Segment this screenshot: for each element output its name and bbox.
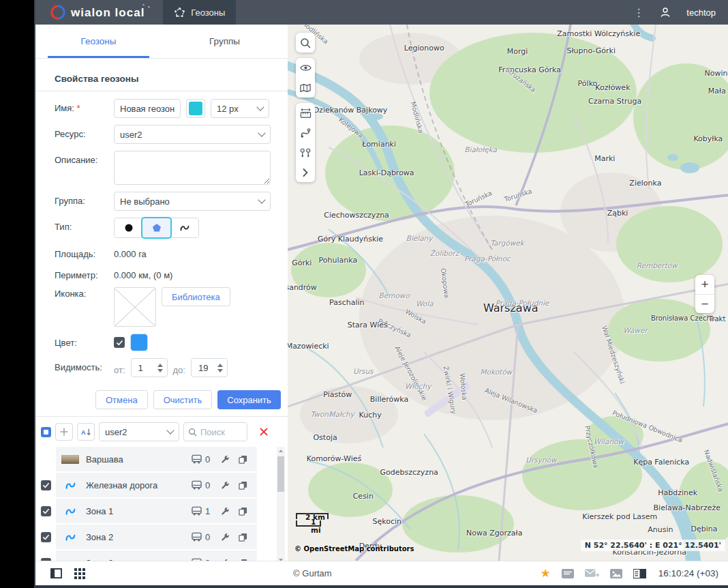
units-inside-count: 0 bbox=[205, 480, 216, 490]
resource-label: Ресурс: bbox=[55, 125, 114, 139]
monitoring-panel-button[interactable] bbox=[633, 569, 646, 578]
map-canvas[interactable]: ModlińskaLegionowoZamostki WólczyńskieMo… bbox=[288, 25, 728, 561]
circle-type-icon bbox=[124, 223, 134, 233]
geozone-properties-button[interactable] bbox=[216, 455, 234, 464]
copy-icon bbox=[239, 481, 247, 490]
tab-geozones[interactable]: Геозоны bbox=[35, 25, 162, 58]
map-base-layer bbox=[288, 25, 728, 561]
clear-filter-button[interactable] bbox=[260, 428, 268, 436]
visibility-eye-button[interactable] bbox=[296, 58, 315, 78]
wialon-logo: wialon local̀ ` bbox=[35, 5, 163, 20]
routing-button[interactable] bbox=[296, 123, 315, 143]
polyline-geozone-icon bbox=[65, 480, 76, 490]
from-label: от: bbox=[114, 361, 125, 375]
units-inside-icon bbox=[187, 532, 205, 542]
geozone-type-icon bbox=[61, 455, 79, 464]
check-icon bbox=[42, 482, 50, 489]
image-icon bbox=[610, 569, 622, 578]
select-all-checkbox[interactable] bbox=[41, 427, 51, 437]
overflow-menu-icon[interactable]: ⋮ bbox=[633, 6, 644, 19]
area-value: 0.000 га bbox=[114, 245, 147, 259]
geozone-row[interactable]: Варшава0 bbox=[56, 447, 257, 471]
geozone-properties-button[interactable] bbox=[216, 507, 234, 516]
area-label: Площадь: bbox=[55, 245, 114, 259]
geozone-list-toolbar: A user2 bbox=[35, 416, 288, 447]
search-icon bbox=[188, 428, 197, 437]
notices-button[interactable] bbox=[562, 569, 574, 578]
nearest-units-button[interactable] bbox=[296, 143, 315, 162]
geozone-copy-button[interactable] bbox=[234, 455, 252, 464]
geozone-copy-button[interactable] bbox=[234, 507, 252, 516]
search-icon bbox=[300, 38, 311, 48]
scrollbar-thumb[interactable] bbox=[277, 456, 284, 492]
properties-wrench-icon bbox=[221, 533, 230, 542]
clear-button[interactable]: Очистить bbox=[153, 390, 213, 409]
list-scrollbar[interactable] bbox=[277, 447, 285, 564]
type-circle-button[interactable] bbox=[115, 218, 142, 237]
geozone-copy-button[interactable] bbox=[234, 481, 252, 490]
units-inside-count: 0 bbox=[205, 454, 216, 465]
geozone-visibility-checkbox[interactable] bbox=[41, 532, 51, 542]
favorites-star-icon[interactable]: ★ bbox=[541, 568, 551, 579]
geozone-properties-button[interactable] bbox=[216, 481, 234, 490]
media-button[interactable] bbox=[610, 569, 622, 578]
copy-icon bbox=[239, 455, 247, 464]
type-polygon-button[interactable] bbox=[141, 217, 172, 239]
geozone-name: Зона 2 bbox=[79, 532, 187, 542]
copy-icon bbox=[239, 533, 247, 542]
resource-select[interactable]: user2 bbox=[114, 125, 271, 144]
panel-toggle-button[interactable] bbox=[50, 568, 62, 578]
visibility-label: Видимость: bbox=[55, 358, 114, 372]
color-label: Цвет: bbox=[55, 334, 114, 348]
icon-placeholder[interactable] bbox=[114, 287, 156, 327]
group-select[interactable]: Не выбрано bbox=[114, 192, 271, 211]
visibility-to-stepper[interactable]: 19 bbox=[191, 358, 228, 377]
geozone-row[interactable]: Зона 11 bbox=[56, 499, 257, 523]
resource-filter-select[interactable]: user2 bbox=[99, 422, 179, 441]
name-input[interactable] bbox=[114, 99, 181, 118]
cancel-button[interactable]: Отмена bbox=[95, 390, 148, 409]
geozone-row[interactable]: Зона 20 bbox=[56, 525, 257, 549]
zone-color-swatch[interactable] bbox=[130, 334, 148, 351]
perimeter-value: 0.000 км, (0 м) bbox=[114, 266, 172, 280]
color-checkbox[interactable] bbox=[114, 337, 125, 348]
geozone-type-icon bbox=[61, 506, 79, 516]
zoom-out-button[interactable]: − bbox=[695, 294, 714, 313]
map-search-button[interactable] bbox=[296, 33, 315, 53]
map-attribution: © OpenStreetMap contributors bbox=[294, 545, 414, 553]
wialon-logo-icon bbox=[50, 5, 65, 20]
perimeter-label: Периметр: bbox=[55, 266, 114, 280]
add-geozone-button[interactable] bbox=[55, 423, 73, 441]
font-size-select[interactable]: 12 px bbox=[211, 99, 269, 118]
clock: 16:10:24 (+03) bbox=[657, 568, 718, 578]
tab-groups[interactable]: Группы bbox=[162, 25, 288, 58]
geozone-copy-button[interactable] bbox=[234, 533, 252, 542]
label-color-picker[interactable] bbox=[186, 99, 205, 118]
username[interactable]: techtop bbox=[686, 8, 716, 18]
map-source-button[interactable] bbox=[296, 78, 315, 98]
map-zoom-control: + − bbox=[695, 275, 714, 313]
zoom-in-button[interactable]: + bbox=[695, 275, 714, 294]
description-textarea[interactable] bbox=[114, 151, 271, 185]
expand-tools-button[interactable] bbox=[296, 162, 315, 182]
window-bottom-edge bbox=[35, 585, 728, 588]
units-inside-icon bbox=[187, 454, 205, 464]
user-icon[interactable] bbox=[659, 6, 671, 18]
apps-grid-button[interactable] bbox=[74, 568, 85, 579]
measure-ruler-button[interactable] bbox=[296, 103, 315, 123]
sort-button[interactable]: A bbox=[77, 423, 95, 441]
visibility-from-stepper[interactable]: 1 bbox=[131, 358, 168, 377]
top-tab-geozones[interactable]: Геозоны bbox=[163, 0, 236, 25]
geozone-properties-button[interactable] bbox=[216, 533, 234, 542]
search-input[interactable] bbox=[200, 427, 241, 437]
scroll-up-arrow[interactable] bbox=[277, 447, 285, 455]
save-button[interactable]: Сохранить bbox=[217, 390, 281, 409]
eye-icon bbox=[300, 63, 312, 72]
type-line-button[interactable] bbox=[170, 218, 198, 237]
geozone-visibility-checkbox[interactable] bbox=[41, 480, 51, 490]
messages-button[interactable] bbox=[585, 569, 599, 578]
library-button[interactable]: Библиотека bbox=[162, 287, 230, 306]
geozone-row[interactable]: Железная дорога0 bbox=[56, 473, 257, 497]
geozone-visibility-checkbox[interactable] bbox=[41, 506, 51, 516]
geozone-type-icon bbox=[61, 480, 79, 490]
